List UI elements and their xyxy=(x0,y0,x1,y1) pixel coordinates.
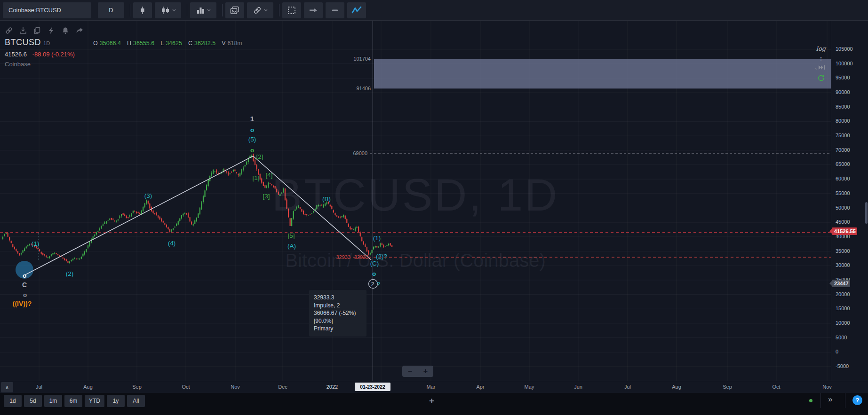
time-axis-label: Sep xyxy=(123,384,151,390)
dashed-rectangle-icon xyxy=(287,6,296,15)
price-axis-label: 20000 xyxy=(836,291,850,297)
wave-label[interactable]: o xyxy=(250,147,254,154)
wave-label[interactable]: (1) xyxy=(32,240,40,247)
wave-label[interactable]: (1) xyxy=(373,235,381,242)
time-axis-label: Oct xyxy=(762,384,790,390)
tooltip-line: 32933.3 xyxy=(314,294,362,302)
link-dropdown-button[interactable] xyxy=(247,2,273,18)
chevron-down-icon xyxy=(207,9,211,12)
level-label: 32933 xyxy=(336,254,350,260)
symbol-search-button[interactable]: Coinbase:BTCUSD xyxy=(3,2,91,18)
wave-label[interactable]: o xyxy=(23,272,26,279)
chart-legend: BTCUSD 1D O35066.4H36555.6L34625C36282.5… xyxy=(5,38,242,68)
time-axis[interactable]: ∧ JulAugSepOctNovDec2022MarAprMayJunJulA… xyxy=(0,381,868,393)
scale-arrows-icon[interactable]: ↕ xyxy=(820,55,823,61)
help-button[interactable]: ? xyxy=(852,395,862,405)
wave-label[interactable]: C xyxy=(22,281,27,289)
add-range-button[interactable]: + xyxy=(429,396,434,406)
zoom-out-button[interactable]: − xyxy=(402,366,418,377)
range-button-ytd[interactable]: YTD xyxy=(85,395,104,407)
range-button-6m[interactable]: 6m xyxy=(64,395,82,407)
tooltip-line: [90.0%] xyxy=(314,317,362,325)
chart-canvas[interactable]: 101704914066900032933(1)(2)(3)(4)1o(5)o[… xyxy=(0,21,831,381)
wave-label[interactable]: (C) xyxy=(370,260,379,267)
zoom-in-button[interactable]: + xyxy=(418,366,433,377)
range-button-5d[interactable]: 5d xyxy=(24,395,42,407)
price-axis-label: 80000 xyxy=(836,118,850,124)
arrow-tool-button[interactable] xyxy=(304,2,323,18)
time-axis-label: Dec xyxy=(269,384,297,390)
wave-label[interactable]: o xyxy=(23,291,27,298)
chart-pane[interactable]: 101704914066900032933(1)(2)(3)(4)1o(5)o[… xyxy=(0,21,831,381)
expand-panel-button[interactable]: » xyxy=(828,395,832,404)
time-axis-label: Oct xyxy=(172,384,200,390)
wave-label[interactable]: [3] xyxy=(263,193,270,200)
go-to-realtime-icon[interactable] xyxy=(815,64,827,70)
range-button-1y[interactable]: 1y xyxy=(107,395,125,407)
ohlc-item: L34625 xyxy=(160,40,182,47)
wave-label[interactable]: [4] xyxy=(265,172,272,179)
ohlc-item: H36555.6 xyxy=(127,40,154,47)
range-button-1m[interactable]: 1m xyxy=(44,395,62,407)
wave-label[interactable]: (4) xyxy=(168,240,176,247)
wave-label[interactable]: (5) xyxy=(248,136,256,143)
legend-interval: 1D xyxy=(43,40,50,46)
wave-label[interactable]: o xyxy=(250,126,254,133)
horizontal-line-tool-button[interactable] xyxy=(326,2,344,18)
time-axis-label: Apr xyxy=(466,384,494,390)
zone-bottom-label: 91406 xyxy=(356,86,371,91)
share-icon[interactable] xyxy=(75,26,84,35)
price-axis-label: 100000 xyxy=(836,61,853,66)
copy-icon[interactable] xyxy=(33,26,41,35)
wave-label[interactable]: o xyxy=(372,270,376,277)
price-axis-label: 5000 xyxy=(836,335,847,340)
refresh-icon[interactable] xyxy=(817,74,825,82)
range-button-all[interactable]: All xyxy=(127,395,145,407)
columns-style-dropdown-button[interactable] xyxy=(190,2,216,18)
price-axis-label: 55000 xyxy=(836,190,850,196)
select-rectangle-button[interactable] xyxy=(282,2,301,18)
connection-status-dot xyxy=(809,399,812,402)
bell-icon[interactable] xyxy=(61,26,70,35)
layouts-button[interactable] xyxy=(225,2,244,18)
arrow-right-icon xyxy=(309,6,318,15)
price-axis-label: 10000 xyxy=(836,320,850,326)
wave-label[interactable]: [1] xyxy=(252,174,259,181)
toolbar-separator xyxy=(279,4,279,16)
log-scale-label[interactable]: log xyxy=(816,45,826,52)
zigzag-wave-tool-button[interactable] xyxy=(347,2,366,18)
lightning-icon[interactable] xyxy=(47,26,56,35)
candles-style-dropdown-button[interactable] xyxy=(155,2,181,18)
price-axis-label: 45000 xyxy=(836,219,850,225)
wave-label[interactable]: (A) xyxy=(287,243,296,250)
wave-label[interactable]: 1 xyxy=(250,115,254,123)
time-axis-label: Aug xyxy=(74,384,102,390)
scrollbar-thumb[interactable] xyxy=(865,202,868,224)
wave-label[interactable]: (2) xyxy=(66,270,74,277)
exchange-label: Coinbase xyxy=(5,61,242,68)
wave-label[interactable]: (B) xyxy=(322,196,331,203)
link-icon[interactable] xyxy=(5,26,13,35)
collapse-toolbar-button[interactable]: ∧ xyxy=(1,382,13,392)
chart-workspace: 101704914066900032933(1)(2)(3)(4)1o(5)o[… xyxy=(0,21,868,381)
wave-label[interactable]: [2] xyxy=(256,153,263,160)
bottom-toolbar: 1d5d1m6mYTD1yAll + » ? xyxy=(0,393,868,415)
top-toolbar: Coinbase:BTCUSD D xyxy=(0,0,868,21)
wave-label[interactable]: [5] xyxy=(287,232,295,239)
price-axis[interactable]: 1050001000009500090000850008000075000700… xyxy=(831,21,868,381)
range-button-1d[interactable]: 1d xyxy=(4,395,22,407)
legend-symbol[interactable]: BTCUSD xyxy=(5,38,41,47)
download-icon[interactable] xyxy=(19,26,27,35)
bottom-separator xyxy=(845,393,845,408)
wave-label[interactable]: (3) xyxy=(144,192,152,199)
price-zone[interactable] xyxy=(374,59,831,88)
wave-label[interactable]: 32933 xyxy=(354,254,369,260)
trendline[interactable] xyxy=(25,156,253,275)
wave-label[interactable]: (2)? xyxy=(376,253,387,260)
price-axis-label: 60000 xyxy=(836,176,850,181)
wave-label[interactable]: ((IV))? xyxy=(13,300,32,307)
interval-button[interactable]: D xyxy=(98,2,124,18)
candlestick-style-button[interactable] xyxy=(133,2,152,18)
time-axis-label: Jun xyxy=(564,384,592,390)
zoom-controls: − + xyxy=(402,366,433,377)
